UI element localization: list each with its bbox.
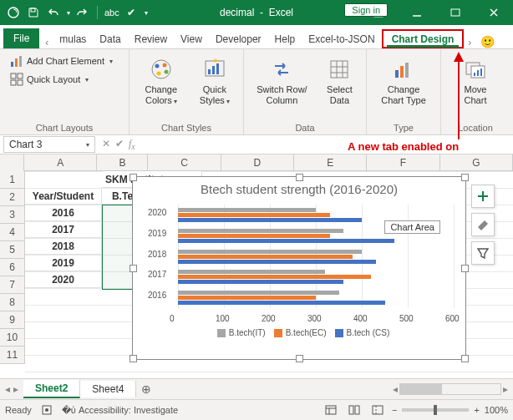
spellcheck-icon[interactable]: ✔ bbox=[123, 4, 140, 21]
bar-series[interactable] bbox=[178, 291, 339, 295]
col-header[interactable]: A bbox=[24, 154, 97, 171]
change-chart-type-button[interactable]: Change Chart Type bbox=[373, 53, 434, 109]
chart-styles-button[interactable] bbox=[471, 213, 495, 236]
zoom-slider[interactable] bbox=[402, 408, 469, 412]
group-chart-styles: Chart Styles bbox=[161, 121, 211, 133]
row-header[interactable]: 9 bbox=[0, 311, 25, 329]
add-chart-element-button[interactable]: Add Chart Element▾ bbox=[7, 53, 116, 69]
col-header[interactable]: B bbox=[97, 154, 148, 171]
name-box[interactable]: Chart 3▾ bbox=[3, 136, 95, 153]
bar-series[interactable] bbox=[178, 296, 316, 300]
zoom-level[interactable]: 100% bbox=[485, 405, 508, 415]
bar-series[interactable] bbox=[178, 218, 362, 222]
switch-row-column-button[interactable]: Switch Row/ Column bbox=[251, 53, 313, 109]
row-header[interactable]: 10 bbox=[0, 329, 25, 347]
select-data-button[interactable]: Select Data bbox=[320, 53, 359, 109]
tab-data[interactable]: Data bbox=[93, 29, 127, 48]
sign-in-button[interactable]: Sign in bbox=[344, 3, 388, 17]
bar-series[interactable] bbox=[178, 301, 385, 305]
undo-icon[interactable] bbox=[45, 4, 62, 21]
legend-entry[interactable]: B.tech (CS) bbox=[347, 328, 390, 337]
select-all-corner[interactable] bbox=[0, 154, 24, 172]
maximize-button[interactable] bbox=[436, 0, 475, 25]
tab-file[interactable]: File bbox=[3, 28, 39, 48]
ribbon: Add Chart Element▾ Quick Layout▾ Chart L… bbox=[0, 49, 513, 135]
hscroll-right[interactable]: ▸ bbox=[503, 383, 508, 395]
cell[interactable]: 2017 bbox=[25, 221, 102, 238]
worksheet-grid[interactable]: A B C D E F G 1 2 3 4 5 6 7 8 9 10 11 SK… bbox=[0, 154, 513, 378]
bar-series[interactable] bbox=[178, 208, 316, 212]
bar-series[interactable] bbox=[178, 275, 371, 279]
accessibility-status[interactable]: �ύ Accessibility: Investigate bbox=[62, 405, 178, 416]
embedded-chart[interactable]: Btech student strength (2016-2020) 20202… bbox=[132, 176, 466, 360]
cell[interactable]: 2020 bbox=[25, 271, 102, 288]
hscroll-left[interactable]: ◂ bbox=[393, 383, 398, 395]
row-header[interactable]: 3 bbox=[0, 206, 25, 224]
bar-series[interactable] bbox=[178, 280, 343, 284]
col-header[interactable]: C bbox=[148, 154, 221, 171]
legend-entry[interactable]: B.tech(EC) bbox=[286, 328, 327, 337]
fx-icon[interactable]: fx bbox=[129, 138, 135, 151]
tab-nav-left[interactable]: ‹ bbox=[41, 37, 53, 48]
row-header[interactable]: 2 bbox=[0, 189, 25, 206]
tab-chart-design[interactable]: Chart Design bbox=[382, 29, 465, 48]
redo-icon[interactable] bbox=[74, 4, 90, 21]
row-header[interactable]: 11 bbox=[0, 347, 25, 364]
col-header[interactable]: G bbox=[440, 154, 513, 171]
close-button[interactable] bbox=[475, 0, 513, 25]
col-header[interactable]: E bbox=[294, 154, 367, 171]
view-normal-icon[interactable] bbox=[322, 402, 340, 418]
tab-view[interactable]: View bbox=[174, 29, 209, 48]
tab-help[interactable]: Help bbox=[268, 29, 302, 48]
sheet-nav-prev[interactable]: ◂ bbox=[5, 383, 10, 395]
sheet-tab-active[interactable]: Sheet2 bbox=[23, 380, 80, 398]
sheet-tab[interactable]: Sheet4 bbox=[80, 381, 136, 397]
fx-confirm-icon[interactable]: ✔ bbox=[115, 138, 124, 151]
fx-cancel-icon[interactable]: ✕ bbox=[102, 138, 110, 151]
chart-legend[interactable]: B.tech(IT)B.tech(EC)B.tech (CS) bbox=[133, 326, 465, 341]
row-header[interactable]: 4 bbox=[0, 224, 25, 241]
legend-entry[interactable]: B.tech(IT) bbox=[229, 328, 266, 337]
bar-series[interactable] bbox=[178, 255, 353, 259]
tell-me-icon[interactable]: 🙂 bbox=[480, 35, 495, 48]
cell[interactable]: 2019 bbox=[25, 255, 102, 271]
cell[interactable]: 2018 bbox=[25, 238, 102, 255]
zoom-out-button[interactable]: − bbox=[392, 405, 397, 415]
row-header[interactable]: 8 bbox=[0, 294, 25, 311]
col-header[interactable]: F bbox=[367, 154, 439, 171]
svg-rect-10 bbox=[19, 56, 22, 67]
quick-layout-button[interactable]: Quick Layout▾ bbox=[7, 71, 92, 88]
view-page-break-icon[interactable] bbox=[368, 402, 387, 418]
bar-series[interactable] bbox=[178, 213, 330, 217]
macro-record-icon[interactable] bbox=[42, 405, 52, 415]
row-header[interactable]: 7 bbox=[0, 276, 25, 294]
row-header[interactable]: 1 bbox=[0, 171, 25, 189]
quick-styles-button[interactable]: Quick Styles▾ bbox=[193, 53, 236, 109]
tab-excel-to-json[interactable]: Excel-to-JSON bbox=[302, 29, 381, 48]
zoom-in-button[interactable]: + bbox=[474, 405, 479, 415]
tab-review[interactable]: Review bbox=[128, 29, 174, 48]
row-header[interactable]: 6 bbox=[0, 259, 25, 276]
change-colors-button[interactable]: Change Colors▾ bbox=[136, 53, 186, 109]
cell[interactable]: 2016 bbox=[25, 205, 102, 221]
bar-series[interactable] bbox=[178, 229, 343, 233]
col-header[interactable]: D bbox=[221, 154, 294, 171]
row-header[interactable]: 5 bbox=[0, 241, 25, 259]
bar-series[interactable] bbox=[178, 270, 325, 274]
autosave-icon[interactable] bbox=[5, 4, 22, 21]
tab-nav-right[interactable]: › bbox=[464, 37, 475, 48]
sheet-nav-next[interactable]: ▸ bbox=[13, 383, 18, 395]
view-page-layout-icon[interactable] bbox=[345, 402, 363, 418]
tab-developer[interactable]: Developer bbox=[209, 29, 268, 48]
chart-filters-button[interactable] bbox=[471, 241, 495, 265]
tab-formulas[interactable]: mulas bbox=[53, 29, 93, 48]
save-icon[interactable] bbox=[25, 4, 42, 21]
bar-series[interactable] bbox=[178, 250, 362, 254]
chart-elements-button[interactable] bbox=[471, 185, 495, 208]
minimize-button[interactable] bbox=[398, 0, 436, 25]
bar-series[interactable] bbox=[178, 239, 394, 243]
bar-series[interactable] bbox=[178, 260, 376, 264]
cell[interactable]: Year/Student bbox=[25, 188, 102, 205]
new-sheet-button[interactable]: ⊕ bbox=[136, 382, 156, 396]
bar-series[interactable] bbox=[178, 234, 330, 238]
